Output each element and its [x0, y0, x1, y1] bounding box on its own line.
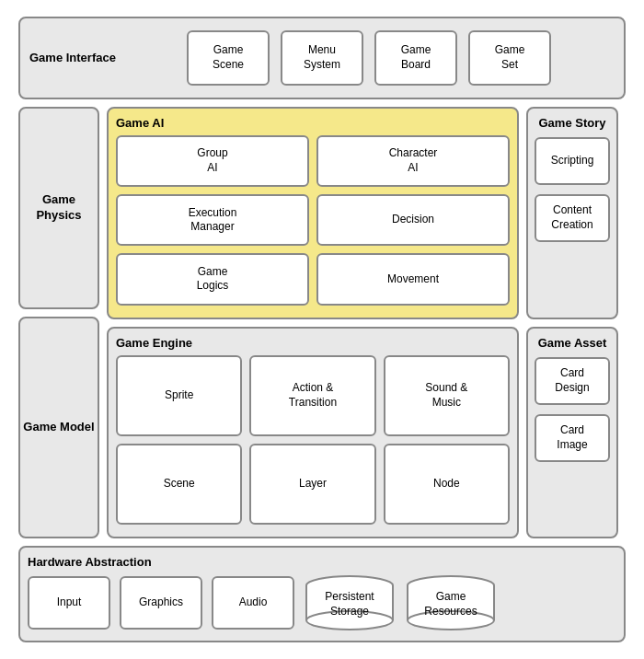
card-image-box: CardImage: [535, 414, 610, 462]
movement-box: Movement: [316, 253, 510, 305]
node-box: Node: [384, 444, 510, 525]
game-story-items: Scripting ContentCreation: [535, 137, 609, 242]
action-transition-box: Action &Transition: [249, 355, 375, 436]
game-logics-box: GameLogics: [116, 253, 309, 305]
game-ai-grid: GroupAI CharacterAI ExecutionManager Dec…: [116, 135, 510, 306]
game-engine-section: Game Engine Sprite Action &Transition So…: [107, 327, 519, 539]
game-story-label: Game Story: [535, 116, 609, 130]
game-resources-label: GameResources: [424, 590, 477, 619]
card-design-box: CardDesign: [535, 357, 610, 405]
game-story-section: Game Story Scripting ContentCreation: [526, 107, 618, 319]
layer-box: Layer: [249, 444, 375, 525]
execution-manager-box: ExecutionManager: [116, 194, 309, 246]
game-engine-label: Game Engine: [116, 336, 510, 350]
game-ai-label: Game AI: [116, 116, 510, 130]
input-box: Input: [28, 576, 110, 630]
game-model-label: Game Model: [23, 420, 94, 435]
graphics-box: Graphics: [120, 576, 202, 630]
scene-box: Scene: [116, 444, 242, 525]
game-interface-items: GameScene MenuSystem GameBoard GameSet: [123, 30, 615, 86]
game-interface-label: Game Interface: [29, 51, 116, 66]
hardware-items: Input Graphics Audio PersistentStorage: [28, 574, 616, 631]
group-ai-box: GroupAI: [116, 135, 309, 187]
game-model-section: Game Model: [18, 317, 99, 538]
game-scene-box: GameScene: [187, 30, 270, 86]
game-physics-label: Game Physics: [20, 192, 98, 224]
game-asset-section: Game Asset CardDesign CardImage: [526, 327, 618, 539]
game-physics-section: Game Physics: [18, 107, 99, 309]
game-asset-items: CardDesign CardImage: [535, 357, 609, 462]
diagram: Game Interface GameScene MenuSystem Game…: [9, 7, 635, 652]
game-ai-section: Game AI GroupAI CharacterAI ExecutionMan…: [107, 107, 519, 319]
hardware-abstraction-section: Hardware Abstraction Input Graphics Audi…: [18, 546, 626, 642]
game-board-box: GameBoard: [374, 30, 457, 86]
decision-box: Decision: [316, 194, 510, 246]
audio-box: Audio: [212, 576, 294, 630]
sound-music-box: Sound &Music: [384, 355, 510, 436]
game-interface-section: Game Interface GameScene MenuSystem Game…: [18, 17, 626, 99]
menu-system-box: MenuSystem: [281, 30, 363, 86]
game-engine-grid: Sprite Action &Transition Sound &Music S…: [116, 355, 510, 526]
persistent-storage-label: PersistentStorage: [325, 590, 374, 619]
content-creation-box: ContentCreation: [535, 194, 610, 242]
game-asset-label: Game Asset: [535, 336, 609, 350]
character-ai-box: CharacterAI: [316, 135, 510, 187]
hardware-abstraction-label: Hardware Abstraction: [28, 555, 616, 569]
sprite-box: Sprite: [116, 355, 242, 436]
game-resources-box: GameResources: [405, 574, 497, 631]
persistent-storage-box: PersistentStorage: [304, 574, 396, 631]
scripting-box: Scripting: [535, 137, 610, 185]
game-set-box: GameSet: [468, 30, 551, 86]
